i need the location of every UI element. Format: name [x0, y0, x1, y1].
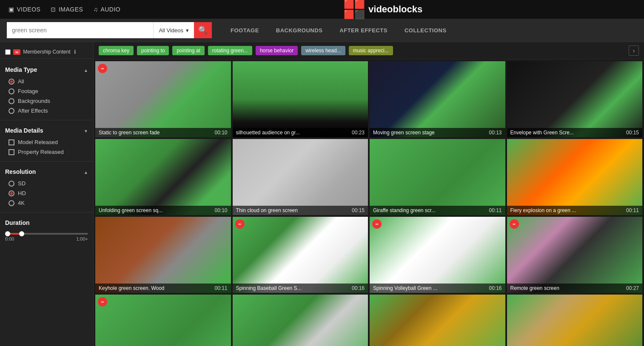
section-resolution-header[interactable]: Resolution	[5, 168, 88, 175]
search-dropdown[interactable]: All Videos ▾	[153, 22, 194, 38]
tag-horse-behavior[interactable]: horse behavior	[256, 46, 298, 55]
video-duration: 00:13	[489, 130, 502, 136]
radio-after-effects	[9, 108, 14, 114]
video-thumb[interactable]: Giraffe standing green scr...00:11	[370, 139, 505, 215]
content-area: chroma key pointing to pointing at rotat…	[94, 42, 644, 346]
chevron-down-icon	[84, 127, 88, 134]
tag-pointing-at[interactable]: pointing at	[172, 46, 204, 55]
video-thumb[interactable]: Fiery explosion on a green ...00:11	[507, 139, 643, 215]
resolution-4k[interactable]: 4K	[5, 198, 88, 208]
suggested-tags: chroma key pointing to pointing at rotat…	[94, 42, 644, 60]
info-icon: ℹ	[74, 49, 76, 55]
resolution-sd[interactable]: SD	[5, 179, 88, 188]
slider-handle-right[interactable]	[19, 231, 24, 236]
tag-music-appreci[interactable]: music appreci...	[349, 46, 393, 55]
nav-images[interactable]: ⊡ IMAGES	[51, 6, 83, 13]
video-duration: 00:15	[626, 130, 639, 136]
video-thumb[interactable]: ginger kitten on green scre...00:08	[507, 295, 643, 346]
slider-handle-left[interactable]	[5, 231, 10, 236]
tab-collections[interactable]: COLLECTIONS	[396, 22, 455, 38]
search-icon: 🔍	[198, 26, 208, 35]
audio-icon: ♫	[93, 6, 98, 13]
tags-next-button[interactable]: ›	[629, 45, 639, 56]
media-model-released[interactable]: Model Released	[5, 137, 88, 147]
section-duration-header[interactable]: Duration	[5, 219, 88, 226]
video-thumb[interactable]: ∞Remote green screen00:27	[507, 217, 643, 293]
radio-backgrounds	[9, 98, 14, 104]
video-title: Envelope with Green Scre...	[510, 130, 574, 136]
duration-slider[interactable]	[5, 233, 88, 235]
logo-icon: 🟥🟥🟥⬛	[344, 0, 365, 20]
video-title: Unfolding green screen sq...	[99, 207, 162, 213]
checkbox-property-released	[9, 149, 14, 155]
search-tabs: FOOTAGE BACKGROUNDS AFTER EFFECTS COLLEC…	[222, 22, 455, 38]
tag-wireless-head[interactable]: wireless head...	[301, 46, 345, 55]
video-title: Spinning Volleyball Green ...	[373, 285, 437, 291]
membership-checkbox[interactable]	[5, 49, 11, 55]
video-thumb[interactable]: Moving green screen stage00:13	[370, 61, 505, 137]
video-title: Remote green screen	[510, 285, 559, 291]
radio-all	[9, 79, 14, 85]
section-media-details-header[interactable]: Media Details	[5, 127, 88, 134]
radio-4k	[9, 200, 14, 206]
video-thumb[interactable]: ∞Static to green screen fade00:10	[95, 61, 231, 137]
video-duration: 00:23	[352, 130, 365, 136]
tab-footage[interactable]: FOOTAGE	[222, 22, 268, 38]
video-grid: ∞Static to green screen fade00:10silhoue…	[94, 60, 644, 346]
sidebar-membership: ∞ Membership Content ℹ	[0, 45, 93, 59]
media-type-after-effects[interactable]: After Effects	[5, 106, 88, 116]
member-badge: ∞	[510, 219, 519, 229]
member-badge: ∞	[235, 219, 245, 229]
search-button[interactable]: 🔍	[194, 22, 212, 38]
video-thumb[interactable]: Unfolding green screen sq...00:10	[95, 139, 231, 215]
member-badge: ∞	[98, 64, 107, 73]
video-duration: 00:11	[214, 285, 227, 291]
video-thumb[interactable]: Envelope with Green Scre...00:15	[507, 61, 643, 137]
media-type-footage[interactable]: Footage	[5, 86, 88, 96]
video-icon: ▣	[9, 6, 14, 13]
video-thumb[interactable]: silhouetted audience on gr...00:23	[233, 61, 368, 137]
search-input[interactable]	[7, 27, 153, 34]
video-title: Thin cloud on green screen	[236, 207, 298, 213]
radio-sd	[9, 181, 14, 187]
section-media-type: Media Type All Footage Backgrounds After…	[0, 62, 93, 117]
radio-footage	[9, 88, 14, 94]
video-duration: 00:11	[489, 207, 502, 213]
video-duration: 00:15	[352, 207, 365, 213]
site-logo[interactable]: 🟥🟥🟥⬛ videoblocks	[344, 0, 422, 20]
section-media-type-header[interactable]: Media Type	[5, 66, 88, 73]
media-property-released[interactable]: Property Released	[5, 147, 88, 157]
video-thumb[interactable]: ∞Spinning Volleyball Green ...00:16	[370, 217, 505, 293]
duration-labels: 0:00 1:00+	[5, 236, 88, 241]
tab-after-effects[interactable]: AFTER EFFECTS	[331, 22, 396, 38]
membership-badge: ∞	[13, 49, 20, 55]
tag-rotating-green[interactable]: rotating green...	[208, 46, 252, 55]
video-title: Moving green screen stage	[373, 130, 435, 136]
media-type-backgrounds[interactable]: Backgrounds	[5, 96, 88, 106]
checkbox-model-released	[9, 139, 14, 145]
images-icon: ⊡	[51, 6, 56, 13]
media-type-all[interactable]: All	[5, 77, 88, 86]
video-thumb[interactable]: Skeleton creeping green s...00:12	[233, 295, 368, 346]
video-thumb[interactable]: ∞Falling Bullets Green Screen00:16	[95, 295, 231, 346]
tag-chroma-key[interactable]: chroma key	[99, 46, 134, 55]
radio-hd	[9, 190, 14, 196]
sidebar: ∞ Membership Content ℹ Media Type All Fo…	[0, 42, 94, 346]
video-thumb[interactable]: Thin cloud on green screen00:15	[233, 139, 368, 215]
tab-backgrounds[interactable]: BACKGROUNDS	[268, 22, 331, 38]
video-duration: 00:10	[214, 207, 227, 213]
video-thumb[interactable]: ∞Spinning Baseball Green S...00:16	[233, 217, 368, 293]
search-bar: All Videos ▾ 🔍 FOOTAGE BACKGROUNDS AFTER…	[0, 19, 644, 42]
search-input-wrap: All Videos ▾	[7, 22, 194, 38]
chevron-up-icon-2	[84, 168, 88, 175]
video-duration: 00:16	[489, 285, 502, 291]
video-title: Giraffe standing green scr...	[373, 207, 436, 213]
nav-audio[interactable]: ♫ AUDIO	[93, 6, 120, 13]
resolution-hd[interactable]: HD	[5, 188, 88, 198]
nav-videos[interactable]: ▣ VIDEOS	[9, 6, 40, 13]
video-thumb[interactable]: Keyhole green screen. Wood00:11	[95, 217, 231, 293]
video-title: silhouetted audience on gr...	[236, 130, 300, 136]
top-nav: ▣ VIDEOS ⊡ IMAGES ♫ AUDIO 🟥🟥🟥⬛ videobloc…	[0, 0, 644, 19]
tag-pointing-to[interactable]: pointing to	[137, 46, 169, 55]
video-thumb[interactable]: Lion footage, green screen.00:29	[370, 295, 505, 346]
